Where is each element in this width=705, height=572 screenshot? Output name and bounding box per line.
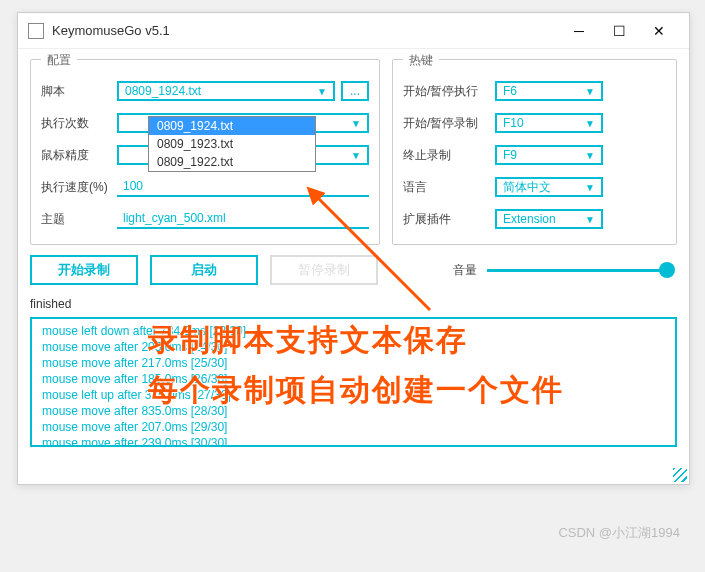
start-exec-select[interactable]: F6 ▼	[495, 81, 603, 101]
theme-label: 主题	[41, 211, 117, 228]
start-record-button[interactable]: 开始录制	[30, 255, 138, 285]
theme-value: light_cyan_500.xml	[123, 211, 226, 225]
dropdown-arrow-icon: ▼	[585, 214, 595, 225]
lang-value: 简体中文	[503, 179, 551, 196]
speed-label: 执行速度(%)	[41, 179, 117, 196]
speed-input[interactable]: 100	[117, 177, 369, 197]
titlebar: KeymomuseGo v5.1 ─ ☐ ✕	[18, 13, 689, 49]
ext-select[interactable]: Extension ▼	[495, 209, 603, 229]
dropdown-arrow-icon: ▼	[317, 86, 327, 97]
start-exec-value: F6	[503, 84, 517, 98]
script-label: 脚本	[41, 83, 117, 100]
volume-label: 音量	[453, 262, 477, 279]
speed-value: 100	[123, 179, 143, 193]
start-rec-value: F10	[503, 116, 524, 130]
volume-control: 音量	[453, 262, 677, 279]
app-icon	[28, 23, 44, 39]
launch-button[interactable]: 启动	[150, 255, 258, 285]
maximize-button[interactable]: ☐	[599, 23, 639, 39]
lang-label: 语言	[403, 179, 495, 196]
script-dropdown-list: 0809_1924.txt 0809_1923.txt 0809_1922.tx…	[148, 116, 316, 172]
dropdown-option[interactable]: 0809_1922.txt	[149, 153, 315, 171]
stop-rec-value: F9	[503, 148, 517, 162]
watermark-text: CSDN @小江湖1994	[558, 524, 680, 542]
hotkey-panel: 热键 开始/暂停执行 F6 ▼ 开始/暂停录制 F10 ▼ 终止录制 F9	[392, 59, 677, 245]
minimize-button[interactable]: ─	[559, 23, 599, 39]
config-panel: 配置 脚本 0809_1924.txt ▼ ... 执行次数 ▼ 鼠标精度	[30, 59, 380, 245]
annotation-text-2: 每个录制项自动创建一个文件	[148, 370, 564, 411]
button-row: 开始录制 启动 暂停录制 音量	[18, 245, 689, 295]
script-select-value: 0809_1924.txt	[125, 84, 201, 98]
volume-slider[interactable]	[487, 269, 667, 272]
script-select[interactable]: 0809_1924.txt ▼	[117, 81, 335, 101]
app-window: KeymomuseGo v5.1 ─ ☐ ✕ 配置 脚本 0809_1924.t…	[17, 12, 690, 485]
lang-select[interactable]: 简体中文 ▼	[495, 177, 603, 197]
pause-record-button: 暂停录制	[270, 255, 378, 285]
browse-button[interactable]: ...	[341, 81, 369, 101]
log-line: mouse move after 207.0ms [29/30]	[42, 419, 665, 435]
close-button[interactable]: ✕	[639, 23, 679, 39]
stop-rec-label: 终止录制	[403, 147, 495, 164]
dropdown-arrow-icon: ▼	[585, 182, 595, 193]
status-text: finished	[18, 295, 689, 313]
ext-value: Extension	[503, 212, 556, 226]
annotation-text-1: 录制脚本支持文本保存	[148, 320, 468, 361]
start-exec-label: 开始/暂停执行	[403, 83, 495, 100]
dropdown-arrow-icon: ▼	[585, 150, 595, 161]
theme-select[interactable]: light_cyan_500.xml	[117, 209, 369, 229]
resize-grip-icon[interactable]	[673, 468, 687, 482]
dropdown-arrow-icon: ▼	[351, 150, 361, 161]
log-line: mouse move after 239.0ms [30/30]	[42, 435, 665, 447]
content-area: 配置 脚本 0809_1924.txt ▼ ... 执行次数 ▼ 鼠标精度	[18, 49, 689, 245]
dropdown-arrow-icon: ▼	[585, 86, 595, 97]
window-title: KeymomuseGo v5.1	[52, 23, 559, 38]
hotkey-panel-title: 热键	[403, 52, 439, 69]
repeat-label: 执行次数	[41, 115, 117, 132]
start-rec-select[interactable]: F10 ▼	[495, 113, 603, 133]
start-rec-label: 开始/暂停录制	[403, 115, 495, 132]
dropdown-option[interactable]: 0809_1923.txt	[149, 135, 315, 153]
ext-label: 扩展插件	[403, 211, 495, 228]
dropdown-option[interactable]: 0809_1924.txt	[149, 117, 315, 135]
config-panel-title: 配置	[41, 52, 77, 69]
stop-rec-select[interactable]: F9 ▼	[495, 145, 603, 165]
precision-label: 鼠标精度	[41, 147, 117, 164]
dropdown-arrow-icon: ▼	[585, 118, 595, 129]
volume-thumb[interactable]	[659, 262, 675, 278]
dropdown-arrow-icon: ▼	[351, 118, 361, 129]
